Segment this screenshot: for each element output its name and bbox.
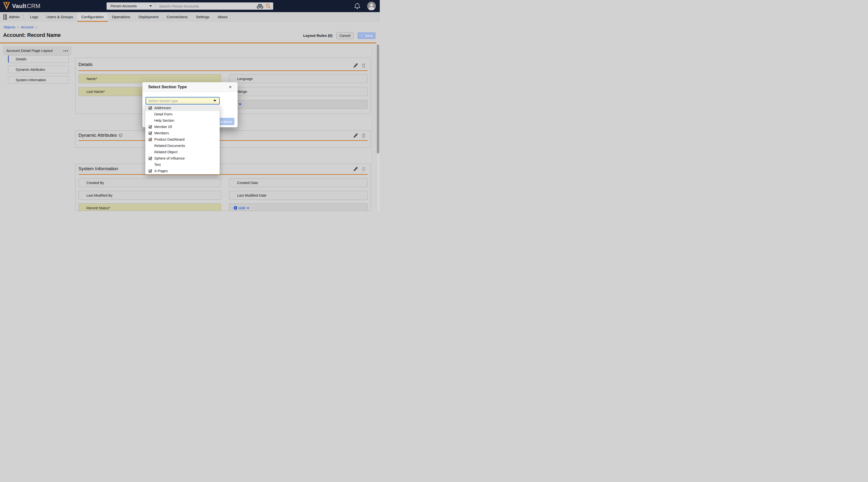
field-label: Last Modified Date — [237, 194, 267, 197]
option-help-section[interactable]: Help Section — [145, 117, 220, 124]
option-detail-form[interactable]: Detail Form — [145, 111, 220, 117]
field-merge[interactable]: Merge — [229, 87, 368, 96]
section-divider — [79, 140, 368, 141]
help-icon[interactable]: ? — [119, 133, 123, 137]
app-screen: VaultCRM Person Accounts — [0, 0, 380, 211]
check-icon: ✓ — [361, 34, 363, 37]
header-actions: Layout Rules (0) Cancel ✓ Save — [303, 32, 376, 39]
option-related-object[interactable]: Related Object — [145, 149, 220, 155]
field-created-by[interactable]: Created By — [79, 178, 221, 187]
option-label: X-Pages — [154, 169, 168, 173]
field-last-modified-date[interactable]: Last Modified Date — [229, 191, 368, 200]
chevron-right-icon: › — [36, 25, 37, 29]
sidebar-header: Account Detail Page Layout ••• — [3, 46, 71, 55]
sidebar-item-label: Details — [16, 57, 26, 61]
option-member-of[interactable]: Member Of — [145, 124, 220, 130]
vault-v-icon — [3, 2, 10, 10]
cancel-button[interactable]: Cancel — [336, 32, 353, 39]
breadcrumb-objects[interactable]: Objects — [3, 25, 15, 29]
sidebar-item-label: System Information — [16, 78, 46, 82]
breadcrumb-account[interactable]: Account — [21, 25, 33, 29]
delete-trash-icon[interactable] — [362, 133, 366, 138]
edit-pencil-icon[interactable] — [353, 167, 358, 171]
binoculars-icon[interactable] — [257, 4, 263, 9]
system-information-section: System Information Created By Created Da… — [75, 164, 370, 211]
edit-pencil-icon[interactable] — [353, 133, 358, 138]
field-label: Merge — [237, 90, 247, 93]
add-field-button[interactable]: + Add — [229, 203, 368, 211]
sidebar-item-system-information[interactable]: System Information — [8, 76, 69, 84]
option-sphere-of-influence[interactable]: Sphere of Influence — [145, 155, 220, 162]
sliders-icon — [149, 131, 152, 135]
chevron-down-icon — [149, 5, 152, 7]
ellipsis-menu-icon[interactable]: ••• — [63, 49, 68, 53]
app-launcher-icon[interactable] — [3, 14, 7, 20]
notifications-bell-icon[interactable] — [354, 3, 361, 9]
field-last-modified-by[interactable]: Last Modified By — [79, 191, 221, 200]
tab-connections[interactable]: Connections — [163, 12, 192, 22]
edit-pencil-icon[interactable] — [353, 63, 358, 68]
section-divider — [79, 70, 368, 71]
close-icon[interactable]: ✕ — [228, 85, 232, 89]
save-button[interactable]: ✓ Save — [358, 32, 376, 39]
field-name[interactable]: Name* — [79, 74, 221, 83]
section-type-listbox: Addresses Detail Form Help Section Membe… — [145, 105, 220, 174]
option-addresses[interactable]: Addresses — [145, 105, 220, 111]
icon-spacer — [149, 150, 152, 154]
sliders-icon — [149, 157, 152, 161]
section-divider — [79, 174, 368, 175]
option-label: Members — [154, 131, 169, 135]
delete-trash-icon[interactable] — [362, 63, 366, 68]
section-type-combobox[interactable]: Select section type — [146, 97, 220, 105]
sliders-icon — [149, 138, 152, 142]
add-label: Add — [239, 206, 245, 210]
sidebar-item-details[interactable]: Details — [8, 55, 69, 63]
vault-crm-logo: VaultCRM — [3, 2, 40, 10]
search-input[interactable] — [155, 2, 257, 10]
search-icon[interactable] — [266, 4, 271, 9]
option-text[interactable]: Text — [145, 162, 220, 168]
option-label: Related Object — [154, 150, 178, 154]
option-label: Detail Form — [154, 112, 173, 116]
modal-title: Select Section Type — [148, 85, 187, 89]
field-record-status[interactable]: Record Status* — [79, 203, 221, 211]
user-avatar[interactable] — [367, 2, 376, 10]
search-scope-value: Person Accounts — [111, 4, 137, 8]
tab-settings[interactable]: Settings — [192, 12, 214, 22]
tab-deployment[interactable]: Deployment — [134, 12, 163, 22]
icon-spacer — [149, 144, 152, 148]
tab-configuration[interactable]: Configuration — [77, 12, 108, 22]
tab-about[interactable]: About — [214, 12, 232, 22]
field-label: Created Date — [237, 181, 258, 185]
combobox-placeholder: Select section type — [149, 99, 178, 103]
option-product-dashboard[interactable]: Product Dashboard — [145, 136, 220, 143]
sidebar-item-dynamic-attributes[interactable]: Dynamic Attributes — [8, 66, 69, 73]
scrollbar-thumb[interactable] — [377, 45, 379, 153]
search-scope-select[interactable]: Person Accounts — [106, 2, 155, 10]
system-information-title: System Information — [79, 166, 118, 171]
page-scrollbar[interactable] — [376, 43, 380, 211]
option-x-pages[interactable]: X-Pages — [145, 168, 220, 174]
option-related-documents[interactable]: Related Documents — [145, 143, 220, 149]
field-created-date[interactable]: Created Date — [229, 178, 368, 187]
icon-spacer — [149, 163, 152, 167]
sliders-icon — [149, 125, 152, 129]
tab-logs[interactable]: Logs — [26, 12, 42, 22]
field-record-type-picklist[interactable] — [229, 100, 368, 109]
delete-trash-icon[interactable] — [362, 167, 366, 171]
modal-header: Select Section Type ✕ — [143, 82, 238, 92]
icon-spacer — [149, 112, 152, 116]
field-label: Language — [237, 77, 253, 81]
option-members[interactable]: Members — [145, 130, 220, 136]
field-label: Record Status* — [87, 206, 110, 210]
save-button-label: Save — [365, 34, 373, 37]
tab-users-groups[interactable]: Users & Groups — [42, 12, 77, 22]
sidebar-item-label: Dynamic Attributes — [16, 68, 45, 72]
sidebar-title: Account Detail Page Layout — [6, 49, 53, 53]
sliders-icon — [149, 106, 152, 110]
admin-label: Admin — [9, 15, 20, 19]
field-label: Last Modified By — [87, 194, 113, 197]
tab-operations[interactable]: Operations — [108, 12, 134, 22]
layout-rules-label[interactable]: Layout Rules (0) — [303, 33, 333, 38]
field-language[interactable]: Language — [229, 74, 368, 83]
